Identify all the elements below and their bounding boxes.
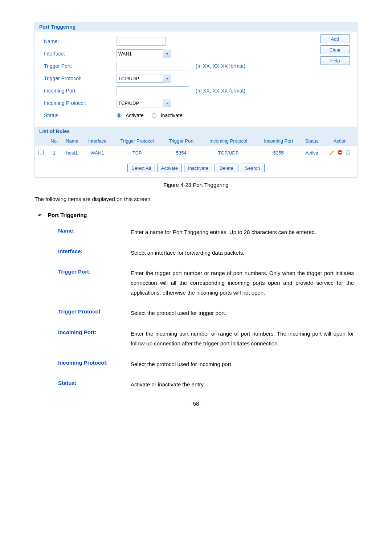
def-desc: Enter the trigger port number or range o…: [131, 268, 354, 297]
label-name: Name:: [44, 38, 117, 44]
th-action: Action: [323, 136, 357, 146]
th-name: Name: [61, 136, 83, 146]
cell-trigger-port: 5354: [162, 146, 200, 160]
incoming-port-input[interactable]: [117, 86, 189, 95]
row-checkbox[interactable]: [38, 150, 44, 155]
section-title-list-of-rules: List of Rules: [35, 127, 357, 136]
edit-icon[interactable]: [329, 149, 335, 156]
side-buttons: Add Clear Help: [320, 34, 350, 65]
hint-incoming-port: (In XX, XX-XX format): [196, 88, 245, 94]
def-term: Status:: [58, 380, 131, 390]
definition-item: Name: Enter a name for Port Triggering e…: [58, 227, 354, 237]
intro-text: The following items are displayed on thi…: [34, 196, 358, 202]
delete-button[interactable]: Delete: [215, 164, 238, 172]
def-desc: Enter a name for Port Triggering entries…: [131, 227, 354, 237]
cell-name: host1: [61, 146, 83, 160]
def-term: Interface:: [58, 248, 131, 258]
select-all-button[interactable]: Select All: [127, 164, 155, 172]
activate-button[interactable]: Activate: [157, 164, 182, 172]
label-incoming-protocol: Incoming Protocol:: [44, 100, 117, 106]
port-triggering-panel: Port Triggering Add Clear Help Name: Int…: [34, 22, 358, 177]
bullet-heading: Port Triggering: [48, 212, 87, 218]
cell-interface: WAN1: [83, 146, 112, 160]
cell-incoming-protocol: TCP/UDP: [200, 146, 257, 160]
def-desc: Enter the incoming port number or range …: [131, 329, 354, 348]
cell-status: Active: [301, 146, 323, 160]
info-icon[interactable]: [345, 149, 351, 156]
definition-item: Incoming Port: Enter the incoming port n…: [58, 329, 354, 348]
definition-item: Interface: Select an interface for forwa…: [58, 248, 354, 258]
status-inactivate-label: Inactivate: [161, 112, 183, 118]
definition-item: Incoming Protocol: Select the protocol u…: [58, 360, 354, 369]
th-no: No.: [47, 136, 61, 146]
form-area: Add Clear Help Name: Interface: WAN1 ▾: [35, 32, 357, 127]
hint-trigger-port: (In XX, XX-XX format): [196, 63, 245, 69]
th-status: Status: [301, 136, 323, 146]
def-term: Name:: [58, 227, 131, 237]
definition-item: Status: Activate or inactivate the entry…: [58, 380, 354, 390]
definitions-list: Name: Enter a name for Port Triggering e…: [34, 227, 358, 390]
th-trigger-port: Trigger Port: [162, 136, 200, 146]
cell-incoming-port: 5355: [256, 146, 301, 160]
bottom-button-row: Select All Activate Inactivate Delete Se…: [35, 160, 357, 177]
figure-caption: Figure 4-28 Port Triggering: [34, 182, 358, 188]
table-row: 1 host1 WAN1 TCP 5354 TCP/UDP 5355 Activ…: [35, 146, 357, 160]
status-inactivate-radio[interactable]: [152, 113, 156, 118]
th-incoming-protocol: Incoming Protocol: [200, 136, 257, 146]
bullet-heading-row: ➢ Port Triggering: [34, 212, 358, 218]
delete-icon[interactable]: [337, 149, 343, 156]
section-title-port-triggering: Port Triggering: [35, 22, 357, 32]
status-activate-label: Activate: [126, 112, 144, 118]
th-interface: Interface: [83, 136, 112, 146]
label-trigger-protocol: Trigger Protocol:: [44, 75, 117, 81]
interface-select[interactable]: WAN1: [117, 49, 171, 58]
name-input[interactable]: [117, 37, 166, 46]
help-button[interactable]: Help: [320, 56, 350, 65]
trigger-protocol-select[interactable]: TCP/UDP: [117, 74, 171, 83]
svg-rect-1: [339, 152, 342, 153]
label-status: Status:: [44, 112, 117, 118]
page-number: -58-: [34, 401, 358, 407]
inactivate-button[interactable]: Inactivate: [184, 164, 212, 172]
def-desc: Activate or inactivate the entry.: [131, 380, 354, 390]
bullet-icon: ➢: [37, 212, 42, 218]
incoming-protocol-select[interactable]: TCP/UDP: [117, 99, 171, 107]
def-desc: Select an interface for forwarding data …: [131, 248, 354, 258]
trigger-port-input[interactable]: [117, 62, 189, 70]
add-button[interactable]: Add: [320, 34, 350, 43]
def-term: Incoming Port:: [58, 329, 131, 348]
def-desc: Select the protocol used for incoming po…: [131, 360, 354, 369]
label-interface: Interface:: [44, 51, 117, 57]
status-activate-radio[interactable]: [117, 113, 121, 118]
th-incoming-port: Incoming Port: [256, 136, 301, 146]
rules-table: No. Name Interface Trigger Protocol Trig…: [35, 136, 357, 160]
label-incoming-port: Incoming Port:: [44, 88, 117, 94]
th-trigger-protocol: Trigger Protocol: [112, 136, 162, 146]
cell-no: 1: [47, 146, 61, 160]
def-term: Trigger Protocol:: [58, 308, 131, 318]
clear-button[interactable]: Clear: [320, 45, 350, 54]
def-desc: Select the protocol used for trigger por…: [131, 308, 354, 318]
definition-item: Trigger Protocol: Select the protocol us…: [58, 308, 354, 318]
label-trigger-port: Trigger Port:: [44, 63, 117, 69]
definition-item: Trigger Port: Enter the trigger port num…: [58, 268, 354, 297]
search-button[interactable]: Search: [241, 164, 265, 172]
def-term: Incoming Protocol:: [58, 360, 131, 369]
cell-trigger-protocol: TCP: [112, 146, 162, 160]
def-term: Trigger Port:: [58, 268, 131, 297]
